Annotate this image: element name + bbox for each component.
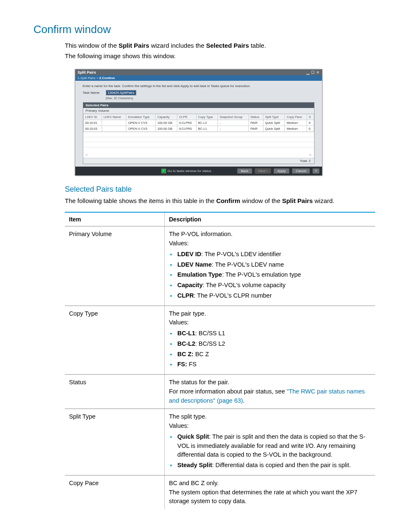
description-table: Item Description Primary VolumeThe P-VOL…: [65, 212, 375, 509]
desc-item: Primary Volume: [65, 226, 165, 306]
desc-item: Status: [65, 375, 165, 409]
desc-item: Copy Type: [65, 306, 165, 375]
cell: -: [218, 126, 249, 131]
cell: Medium: [285, 126, 307, 131]
apply-button[interactable]: Apply: [274, 168, 289, 174]
col-ldev-name[interactable]: LDEV Name: [102, 114, 126, 120]
minimize-icon[interactable]: ▁: [307, 70, 309, 75]
desc-row: StatusThe status for the pair.For more i…: [65, 375, 375, 409]
primary-volume-group-header: Primary Volume: [83, 108, 314, 114]
cell: 0: [307, 120, 314, 126]
cell: Quick Split: [263, 120, 285, 126]
col-capacity[interactable]: Capacity: [156, 114, 177, 120]
breadcrumb-step2: 2.Confirm: [99, 76, 115, 80]
col-ldev-id[interactable]: LDEV ID: [83, 114, 102, 120]
text: window of the: [240, 197, 282, 204]
cell: PAIR: [248, 120, 263, 126]
cell: 100.00 GB: [156, 120, 177, 126]
col-s[interactable]: S: [307, 114, 314, 120]
section-title: Confirm window: [33, 23, 374, 36]
task-name-input[interactable]: 130425-SplitPairs: [106, 90, 136, 95]
desc-description: The P-VOL information.Values:LDEV ID: Th…: [165, 226, 376, 306]
close-icon[interactable]: ✕: [316, 70, 320, 75]
col-split-type[interactable]: Split Type: [263, 114, 285, 120]
col-status[interactable]: Status: [248, 114, 263, 120]
desc-description: The split type.Values:Quick Split: The p…: [165, 409, 376, 475]
empty-rows: [83, 132, 314, 152]
horizontal-scrollbar[interactable]: <>: [83, 152, 314, 158]
cell: 00:10:03: [83, 126, 102, 131]
cell: Quick Split: [263, 126, 285, 131]
col-snapshot-group[interactable]: Snapshot Group: [218, 114, 249, 120]
desc-row: Split TypeThe split type.Values:Quick Sp…: [65, 409, 375, 475]
help-button[interactable]: ?: [312, 168, 319, 174]
desc-item: Copy Pace: [65, 475, 165, 509]
go-to-tasks-checkbox[interactable]: ✓: [161, 169, 166, 173]
intro-line1: This window of the Split Pairs wizard in…: [65, 41, 374, 50]
cell: OPEN-V CVS: [126, 126, 156, 131]
cross-reference-link[interactable]: "The RWC pair status names and descripti…: [169, 388, 365, 404]
selected-pairs-panel: Selected Pairs Primary Volume LDEV ID LD…: [83, 102, 315, 164]
cell: 0:CLPR0: [177, 120, 196, 126]
go-to-tasks-label: Go to tasks window for status: [168, 169, 212, 173]
next-button: Next ›: [255, 168, 271, 174]
intro-line2: The following image shows this window.: [65, 51, 374, 61]
desc-row: Primary VolumeThe P-VOL information.Valu…: [65, 226, 375, 306]
text-bold: Selected Pairs: [206, 42, 249, 49]
cell: [102, 126, 126, 131]
text-bold: Split Pairs: [282, 197, 312, 204]
col-item: Item: [65, 212, 165, 226]
cell: OPEN-V CVS: [126, 120, 156, 126]
desc-description: The status for the pair.For more informa…: [165, 375, 376, 409]
text: wizard.: [313, 197, 335, 204]
subsection-intro: The following table shows the items in t…: [65, 196, 374, 206]
cell: -: [218, 120, 249, 126]
desc-description: BC and BC Z only.The system option that …: [165, 475, 376, 509]
selected-pairs-table: LDEV ID LDEV Name Emulation Type Capacit…: [83, 114, 314, 132]
text-bold: Split Pairs: [118, 42, 149, 49]
breadcrumb-step1[interactable]: 1.Split Pairs: [78, 76, 96, 80]
table-row[interactable]: 00:10:01 OPEN-V CVS 100.00 GB 0:CLPR0 BC…: [83, 120, 314, 126]
col-copy-pace[interactable]: Copy Pace: [285, 114, 307, 120]
wizard-instruction: Enter a name for the task. Confirm the s…: [83, 84, 320, 88]
desc-description: The pair type.Values:BC-L1: BC/SS L1BC-L…: [165, 306, 376, 375]
breadcrumb-sep: >: [95, 76, 99, 80]
text: table.: [249, 42, 266, 49]
cell: 0: [307, 126, 314, 131]
col-clpr[interactable]: CLPR: [177, 114, 196, 120]
cell: Medium: [285, 120, 307, 126]
cell: 100.00 GB: [156, 126, 177, 131]
text-bold: Confirm: [216, 197, 240, 204]
cell: PAIR: [248, 126, 263, 131]
col-emulation-type[interactable]: Emulation Type: [126, 114, 156, 120]
desc-item: Split Type: [65, 409, 165, 475]
col-copy-type[interactable]: Copy Type: [196, 114, 218, 120]
maximize-icon[interactable]: ☐: [311, 70, 315, 75]
cancel-button[interactable]: Cancel: [292, 168, 310, 174]
table-header-row: LDEV ID LDEV Name Emulation Type Capacit…: [83, 114, 314, 120]
cell: BC-L1: [196, 126, 218, 131]
cell: 00:10:01: [83, 120, 102, 126]
wizard-title-text: Split Pairs: [78, 70, 96, 75]
desc-row: Copy PaceBC and BC Z only.The system opt…: [65, 475, 375, 509]
cell: [102, 120, 126, 126]
text: The following table shows the items in t…: [65, 197, 216, 204]
text: wizard includes the: [149, 42, 206, 49]
cell: BC-L2: [196, 120, 218, 126]
cell: 0:CLPR0: [177, 126, 196, 131]
desc-row: Copy TypeThe pair type.Values:BC-L1: BC/…: [65, 306, 375, 375]
wizard-breadcrumb: 1.Split Pairs > 2.Confirm: [75, 75, 322, 81]
wizard-footer: ✓ Go to tasks window for status Back Nex…: [75, 167, 322, 175]
task-name-label: Task Name:: [83, 91, 106, 95]
col-description: Description: [165, 212, 376, 226]
back-button[interactable]: Back: [237, 168, 252, 174]
subsection-title: Selected Pairs table: [65, 185, 374, 194]
table-total: Total: 2: [83, 158, 314, 164]
table-row[interactable]: 00:10:03 OPEN-V CVS 100.00 GB 0:CLPR0 BC…: [83, 126, 314, 131]
char-limit-note: (Max. 32 Characters): [106, 97, 320, 100]
selected-pairs-tab: Selected Pairs: [83, 103, 314, 108]
split-pairs-wizard: Split Pairs ▁ ☐ ✕ 1.Split Pairs > 2.Conf…: [75, 69, 322, 176]
text: This window of the: [65, 42, 118, 49]
wizard-titlebar: Split Pairs ▁ ☐ ✕: [75, 69, 322, 75]
